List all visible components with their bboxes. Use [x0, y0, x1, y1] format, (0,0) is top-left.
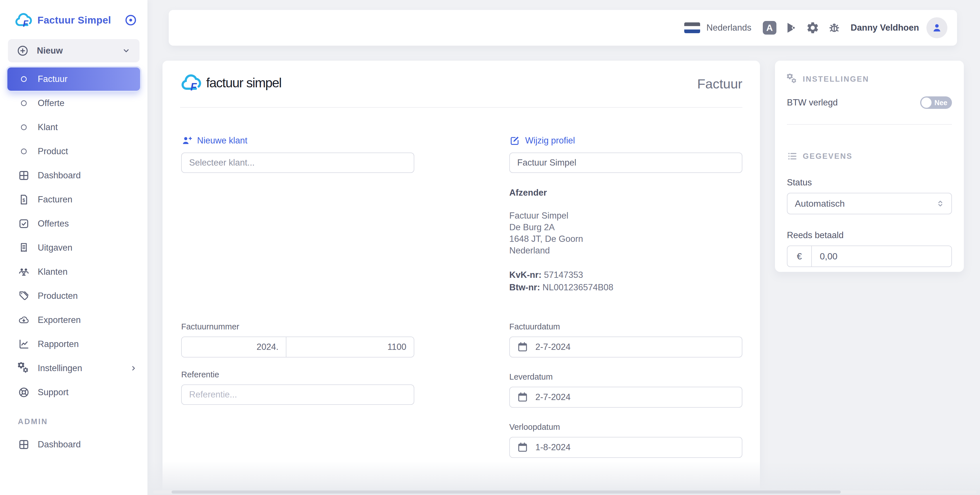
- number-dates-row: Factuurnummer Referentie Factuurdatum 2-…: [162, 322, 760, 473]
- topbar: Nederlands A Danny Veldhoen: [169, 10, 957, 46]
- list-icon: [787, 151, 798, 162]
- btw-verlegd-label: BTW verlegd: [787, 97, 838, 108]
- circle-icon: [20, 99, 28, 107]
- language-label[interactable]: Nederlands: [706, 23, 751, 33]
- paid-amount-input[interactable]: [812, 246, 951, 266]
- kvk-label: KvK-nr:: [509, 270, 542, 280]
- app-store-icon[interactable]: A: [763, 21, 776, 35]
- paid-amount-group: €: [787, 245, 952, 267]
- sidebar-item-factuur[interactable]: Factuur: [0, 67, 148, 91]
- horizontal-scrollbar[interactable]: [153, 490, 977, 493]
- circle-icon: [20, 147, 28, 155]
- netherlands-flag-icon[interactable]: [684, 22, 700, 33]
- status-value: Automatisch: [795, 199, 845, 209]
- select-client-input[interactable]: [181, 153, 414, 173]
- sidebar-item-label: Support: [38, 387, 68, 398]
- horizontal-scrollbar-thumb[interactable]: [172, 490, 841, 493]
- invoice-date-field[interactable]: 2-7-2024: [509, 336, 742, 358]
- admin-section-heading: ADMIN: [18, 417, 148, 426]
- page-title: Factuur: [697, 76, 742, 92]
- new-menu-button[interactable]: Nieuw: [8, 39, 140, 62]
- cloud-logo-icon: [14, 13, 32, 28]
- cloud-logo-icon: [180, 74, 202, 92]
- app-title: Factuur Simpel: [37, 14, 124, 26]
- calendar-icon: [517, 391, 528, 403]
- delivery-date-value: 2-7-2024: [535, 392, 571, 402]
- sender-heading: Afzender: [509, 188, 742, 198]
- btw-verlegd-row: BTW verlegd Nee: [787, 96, 952, 109]
- sidebar-item-label: Facturen: [38, 194, 72, 205]
- sidebar-item-klanten[interactable]: Klanten: [0, 260, 148, 284]
- status-select[interactable]: Automatisch: [787, 193, 952, 214]
- sidebar-admin-nav: Dashboard: [0, 432, 148, 457]
- pencil-square-icon: [509, 135, 520, 146]
- sidebar-item-facturen[interactable]: Facturen: [0, 188, 148, 212]
- sidebar-item-label: Klant: [38, 122, 58, 132]
- person-icon: [931, 22, 943, 34]
- invoice-number-prefix-input[interactable]: [182, 337, 286, 357]
- status-label: Status: [787, 177, 952, 188]
- gear-icon[interactable]: [806, 21, 819, 35]
- invoice-date-label: Factuurdatum: [509, 322, 742, 331]
- sidebar-item-admin-dashboard[interactable]: Dashboard: [0, 432, 148, 457]
- sidebar-item-offerte[interactable]: Offerte: [0, 91, 148, 115]
- calendar-icon: [517, 441, 528, 453]
- sender-block: Afzender Factuur Simpel De Burg 2A 1648 …: [509, 188, 742, 294]
- sidebar: Factuur Simpel Nieuw Factuur Offerte Kla…: [0, 0, 148, 495]
- invoice-number-label: Factuurnummer: [181, 322, 414, 331]
- edit-profile-link[interactable]: Wijzig profiel: [509, 135, 742, 146]
- settings-heading-row: INSTELLINGEN: [787, 74, 952, 84]
- circle-icon: [20, 75, 28, 83]
- profile-name-input[interactable]: [509, 153, 742, 173]
- invoice-brand-logo: factuur simpel: [180, 74, 281, 92]
- sidebar-item-producten[interactable]: Producten: [0, 284, 148, 308]
- check-square-icon: [18, 218, 30, 230]
- chevron-right-icon: [129, 364, 138, 372]
- app-logo[interactable]: Factuur Simpel: [0, 0, 148, 28]
- due-date-field[interactable]: 1-8-2024: [509, 437, 742, 458]
- reference-input[interactable]: [181, 384, 414, 405]
- due-date-group: Verloopdatum 1-8-2024: [509, 422, 742, 458]
- bullseye-icon[interactable]: [124, 14, 137, 27]
- sidebar-item-label: Rapporten: [38, 339, 79, 349]
- invoice-card: factuur simpel Factuur Nieuwe klant Wijz…: [162, 60, 760, 495]
- sidebar-item-exporteren[interactable]: Exporteren: [0, 308, 148, 332]
- sidebar-item-instellingen[interactable]: Instellingen: [0, 356, 148, 380]
- sidebar-item-dashboard[interactable]: Dashboard: [0, 163, 148, 188]
- header-divider: [180, 107, 742, 108]
- sender-line: Factuur Simpel: [509, 210, 742, 221]
- client-profile-row: Nieuwe klant Wijzig profiel Afzender Fac…: [162, 135, 760, 294]
- delivery-date-field[interactable]: 2-7-2024: [509, 387, 742, 407]
- btw-label: Btw-nr:: [509, 282, 540, 292]
- sidebar-item-label: Product: [38, 146, 68, 156]
- avatar[interactable]: [926, 17, 947, 38]
- sidebar-item-klant[interactable]: Klant: [0, 115, 148, 139]
- bug-icon[interactable]: [827, 21, 841, 35]
- settings-panel: INSTELLINGEN BTW verlegd Nee GEGEVENS St…: [775, 60, 964, 272]
- btw-verlegd-toggle[interactable]: Nee: [920, 96, 952, 109]
- life-ring-icon: [18, 387, 30, 398]
- invoice-number-input[interactable]: [286, 337, 414, 357]
- data-heading-row: GEGEVENS: [787, 151, 952, 162]
- edit-profile-label: Wijzig profiel: [525, 135, 575, 146]
- user-name[interactable]: Danny Veldhoen: [851, 23, 919, 33]
- sender-line: De Burg 2A: [509, 221, 742, 233]
- sidebar-item-rapporten[interactable]: Rapporten: [0, 332, 148, 356]
- new-menu-label: Nieuw: [37, 46, 121, 56]
- profile-column: Wijzig profiel Afzender Factuur Simpel D…: [509, 135, 742, 294]
- toggle-knob: [921, 97, 932, 108]
- circle-icon: [20, 123, 28, 131]
- sidebar-item-offertes[interactable]: Offertes: [0, 212, 148, 236]
- dates-column: Factuurdatum 2-7-2024 Leverdatum 2-7-202…: [509, 322, 742, 473]
- sidebar-item-product[interactable]: Product: [0, 139, 148, 163]
- sidebar-item-label: Producten: [38, 291, 78, 301]
- toggle-state-label: Nee: [934, 99, 947, 107]
- new-client-link[interactable]: Nieuwe klant: [181, 135, 414, 146]
- chart-icon: [18, 338, 30, 350]
- google-play-icon[interactable]: [784, 21, 798, 35]
- sidebar-item-uitgaven[interactable]: Uitgaven: [0, 236, 148, 260]
- plus-circle-icon: [16, 45, 29, 57]
- sidebar-item-support[interactable]: Support: [0, 380, 148, 404]
- tag-icon: [18, 290, 30, 302]
- sidebar-item-label: Instellingen: [38, 363, 82, 373]
